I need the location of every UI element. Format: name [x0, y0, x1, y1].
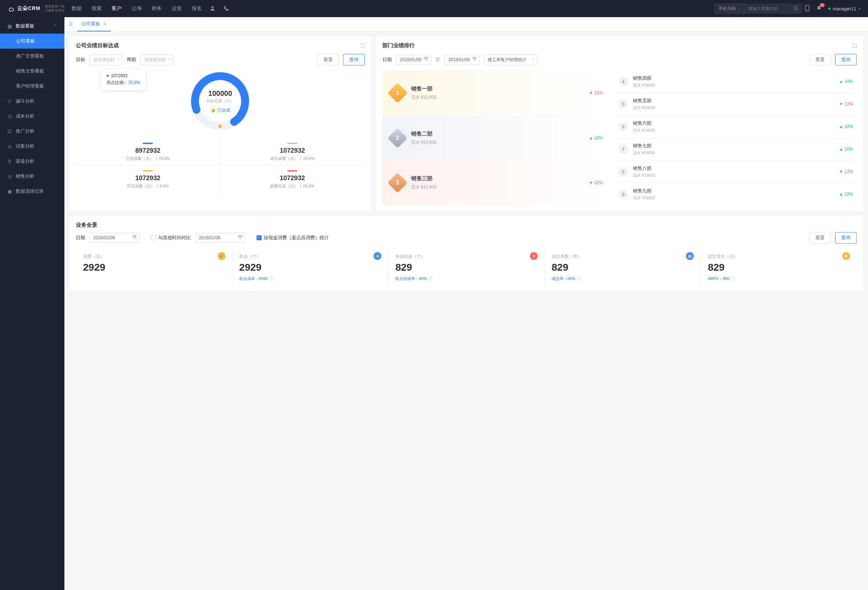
sidebar-item-6[interactable]: ▣数据流转记录 — [0, 184, 64, 199]
achieved-badge: 👍 已达成 — [210, 107, 230, 113]
svg-point-0 — [211, 6, 214, 8]
rank-row-6: 6销售六部流水 ¥19020▲ 10% — [615, 115, 856, 138]
svg-line-2 — [796, 9, 798, 10]
metric-icon: ✦ — [530, 252, 538, 260]
compare-checkbox-wrap[interactable]: 与其他时间对比 — [151, 235, 191, 241]
sidebar: ▦数据看板 ⌃ 公司看板推广主管看板销售主管看板客户经理看板 ▽漏斗分析◷成本分… — [0, 17, 64, 590]
target-label: 目标 — [76, 56, 85, 63]
ov-reset-button[interactable]: 重置 — [809, 232, 831, 244]
nav-item-2[interactable]: 客户 — [112, 5, 122, 12]
brand-subtitle: 教育机构一站式服务云平台 — [43, 4, 64, 13]
period-label: 周期 — [127, 56, 136, 63]
search-prefix-select[interactable]: 手机号码⌄ — [714, 4, 745, 14]
sidebar-item-4[interactable]: ⚲渠道分析 — [0, 154, 64, 169]
chart-tooltip: 1072932 所占比例：70.9% — [101, 69, 146, 90]
tab-collapse-icon[interactable]: ☰ — [69, 21, 73, 27]
goal-query-button[interactable]: 查询 — [343, 54, 365, 65]
top-nav: 数据线索客户公海财务运营报名 — [72, 5, 202, 12]
stat-checkbox[interactable] — [257, 235, 261, 240]
rank-reset-button[interactable]: 重置 — [809, 54, 831, 65]
stat-checkbox-wrap[interactable]: 按现金消费（返点后消费）统计 — [257, 235, 329, 241]
compare-checkbox[interactable] — [151, 235, 156, 240]
goal-card: 公司业绩目标达成 ⛶ 目标 请选择目标 周期 请选择周期 重置 查询 — [69, 37, 371, 211]
rank-top-2: 2销售二部流水 ¥10,900▲ 10% — [382, 115, 610, 160]
notif-badge: 5 — [820, 3, 825, 7]
nav-item-6[interactable]: 报名 — [192, 5, 202, 12]
rank-card: 部门业绩排行 ⛶ 日期 2018/01/08 至 2018/01/08 按工单客… — [376, 37, 863, 211]
help-icon[interactable]: ? — [428, 277, 433, 281]
svg-point-1 — [794, 6, 797, 9]
target-select[interactable]: 请选择目标 — [89, 54, 123, 65]
rank-row-7: 7销售七部流水 ¥19020▲ 10% — [615, 138, 856, 160]
overview-metric-4: 〓成交流水（元）829ARPU：¥80? — [701, 250, 856, 285]
ov-query-button[interactable]: 查询 — [835, 232, 856, 244]
sidebar-sub-1[interactable]: 推广主管看板 — [0, 49, 64, 64]
donut-chart: 100000 目标总量（元） 👍 已达成 — [188, 69, 252, 133]
nav-item-5[interactable]: 运营 — [172, 5, 182, 12]
user-menu[interactable]: manager11 ▾ — [828, 6, 861, 12]
search-icon[interactable] — [793, 6, 798, 12]
metric-icon: 💰 — [217, 252, 226, 260]
sidebar-item-1[interactable]: ◷成本分析 — [0, 109, 64, 124]
rank-row-4: 4销售四部流水 ¥19020▲ 10% — [615, 71, 856, 93]
rank-row-9: 9销售九部流水 ¥19020▲ 10% — [615, 183, 856, 205]
goal-reset-button[interactable]: 重置 — [317, 54, 339, 65]
ov-date-label: 日期 — [76, 235, 85, 241]
donut-total: 100000 — [208, 90, 232, 98]
expand-icon[interactable]: ⛶ — [852, 43, 856, 48]
user-icon[interactable] — [210, 5, 216, 12]
sidebar-group-dashboard[interactable]: ▦数据看板 ⌃ — [0, 19, 64, 34]
goal-title: 公司业绩目标达成 — [76, 42, 119, 49]
nav-item-4[interactable]: 财务 — [152, 5, 162, 12]
sidebar-icon: ⊙ — [7, 144, 12, 149]
goal-stat-2: 1072932应完成量（元） | 8.9% — [76, 166, 220, 193]
medal-3-icon: 3 — [390, 175, 405, 191]
expand-icon[interactable]: ⛶ — [360, 43, 365, 48]
sidebar-item-0[interactable]: ▽漏斗分析 — [0, 94, 64, 109]
rank-date-to[interactable]: 2018/01/08 — [444, 55, 480, 65]
search-wrap: 手机号码⌄ — [714, 4, 798, 14]
date-separator: 至 — [435, 56, 440, 63]
dashboard-icon: ▦ — [7, 24, 12, 29]
sidebar-sub-2[interactable]: 销售主管看板 — [0, 64, 64, 79]
sidebar-icon: ☑ — [7, 129, 12, 134]
sidebar-item-2[interactable]: ☑推广分析 — [0, 124, 64, 139]
metric-icon: 〓 — [842, 252, 850, 260]
chevron-up-icon: ⌃ — [53, 24, 57, 29]
ov-date1[interactable]: 2018/01/08 — [89, 233, 140, 243]
medal-1-icon: 1 — [390, 85, 405, 101]
nav-item-3[interactable]: 公海 — [132, 5, 142, 12]
nav-item-1[interactable]: 线索 — [92, 5, 102, 12]
overview-metric-0: 💰消费（元）2929 — [76, 250, 232, 285]
status-dot — [828, 7, 830, 10]
sidebar-icon: ⚲ — [7, 159, 12, 164]
tab-close-icon[interactable]: ✕ — [103, 21, 106, 26]
phone-icon[interactable] — [223, 5, 229, 12]
nav-item-0[interactable]: 数据 — [72, 5, 81, 12]
rank-date-label: 日期 — [382, 56, 392, 63]
overview-metric-3: ▤成交单数（单）829成交率：80%? — [545, 250, 701, 285]
goal-stat-1: 1072932未完成量（元） | 20.9% — [220, 138, 364, 166]
sidebar-item-3[interactable]: ⊙访客分析 — [0, 139, 64, 154]
sidebar-sub-0[interactable]: 公司看板 — [0, 34, 64, 49]
donut-total-label: 目标总量（元） — [207, 99, 234, 104]
help-icon[interactable]: ? — [269, 277, 273, 281]
rank-date-from[interactable]: 2018/01/08 — [396, 55, 431, 65]
goal-stat-3: 1072932超额完成（元） | 89.9% — [220, 166, 364, 193]
sidebar-sub-3[interactable]: 客户经理看板 — [0, 79, 64, 94]
bell-icon[interactable]: 5 — [816, 5, 822, 12]
logo: 云朵CRM 教育机构一站式服务云平台 — [7, 4, 64, 13]
overview-title: 业务全景 — [76, 222, 97, 228]
sidebar-item-5[interactable]: ◎销售分析 — [0, 169, 64, 184]
rank-group-select[interactable]: 按工单客户经理统计 — [484, 54, 537, 65]
help-icon[interactable]: ? — [731, 277, 735, 281]
thumbs-up-icon: 👍 — [210, 107, 216, 113]
tab-company-board[interactable]: 公司看板 ✕ — [77, 17, 111, 31]
mobile-icon[interactable] — [805, 5, 810, 13]
help-icon[interactable]: ? — [577, 277, 581, 281]
ov-date2[interactable]: 2018/01/08 — [195, 233, 245, 243]
sidebar-icon: ▽ — [7, 99, 12, 104]
cloud-icon — [7, 5, 15, 12]
rank-query-button[interactable]: 查询 — [835, 54, 856, 65]
period-select[interactable]: 请选择周期 — [140, 54, 173, 65]
